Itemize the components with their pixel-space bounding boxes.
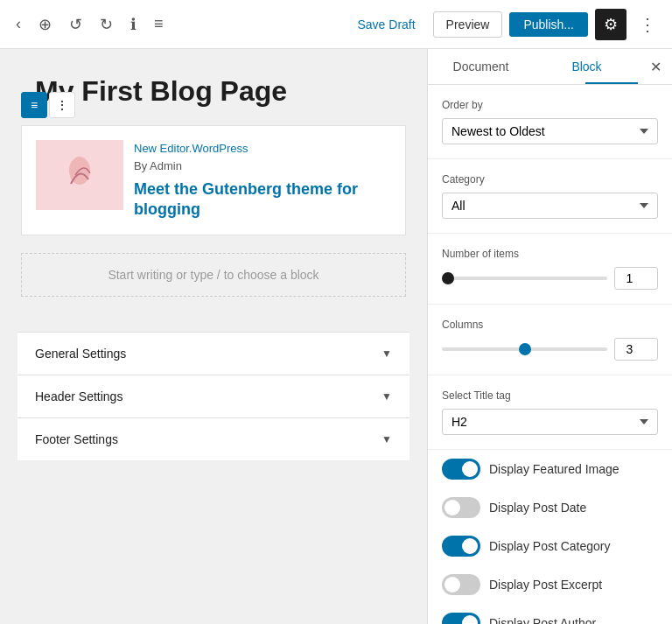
post-card: New Editor.WordPress By Admin Meet the G… — [22, 126, 405, 235]
toggle-post-category-switch[interactable] — [442, 536, 480, 557]
toggle-post-author-switch[interactable] — [442, 613, 480, 624]
menu-button[interactable]: ≡ — [149, 10, 169, 39]
publish-button[interactable]: Publish... — [509, 12, 588, 37]
menu-icon: ≡ — [154, 15, 164, 33]
add-icon: ⊕ — [38, 15, 52, 34]
toggle-post-date: Display Post Date — [428, 488, 672, 527]
preview-button[interactable]: Preview — [433, 11, 503, 38]
right-panel: Document Block ✕ Order by Newest to Olde… — [427, 49, 672, 624]
toggle-post-excerpt-label: Display Post Excerpt — [489, 578, 602, 592]
undo-button[interactable]: ↺ — [64, 10, 88, 39]
category-select[interactable]: All News Blog Tutorial — [442, 193, 658, 219]
settings-button[interactable]: ⚙ — [595, 9, 626, 40]
accordion-header: Header Settings ▼ — [18, 375, 410, 417]
block-toolbar: ≡ ⋮ — [21, 92, 75, 118]
toggle-post-excerpt-switch[interactable] — [442, 574, 480, 595]
chevron-down-icon: ▼ — [382, 390, 392, 403]
undo-icon: ↺ — [69, 15, 82, 34]
category-label: Category — [442, 173, 658, 186]
accordion-footer-header[interactable]: Footer Settings ▼ — [18, 418, 410, 460]
page-title: My First Blog Page — [18, 75, 410, 108]
post-title-link[interactable]: Meet the Gutenberg theme for blogging — [134, 179, 391, 221]
block-type-button[interactable]: ≡ — [21, 92, 47, 118]
toggle-post-author: Display Post Author — [428, 604, 672, 624]
info-icon: ℹ — [130, 15, 136, 34]
tab-document[interactable]: Document — [428, 49, 534, 84]
post-block: New Editor.WordPress By Admin Meet the G… — [21, 125, 406, 235]
info-button[interactable]: ℹ — [125, 10, 142, 39]
number-of-items-label: Number of items — [442, 248, 658, 260]
columns-section: Columns — [428, 305, 672, 375]
columns-slider[interactable] — [442, 347, 607, 351]
accordion-footer-label: Footer Settings — [35, 432, 118, 446]
category-section: Category All News Blog Tutorial — [428, 159, 672, 234]
toggle-featured-image-switch[interactable] — [442, 459, 480, 480]
columns-input[interactable] — [614, 338, 658, 361]
accordion-general: General Settings ▼ — [18, 332, 410, 375]
columns-row — [442, 338, 658, 361]
post-thumbnail — [36, 140, 123, 210]
title-tag-section: Select Title tag H1 H2 H3 H4 H5 H6 — [428, 375, 672, 450]
accordion-general-header[interactable]: General Settings ▼ — [18, 333, 410, 375]
toggle-post-date-slider — [442, 497, 480, 518]
chevron-down-icon: ▼ — [382, 347, 392, 360]
accordion-general-label: General Settings — [35, 347, 126, 361]
order-by-select[interactable]: Newest to Oldest Oldest to Newest Alphab… — [442, 118, 658, 144]
main-layout: My First Blog Page ≡ ⋮ — [0, 49, 672, 624]
number-of-items-row — [442, 267, 658, 290]
toggle-post-category-label: Display Post Category — [489, 539, 611, 553]
accordion-header-header[interactable]: Header Settings ▼ — [18, 375, 410, 417]
toolbar: ‹ ⊕ ↺ ↻ ℹ ≡ Save Draft Preview Publish..… — [0, 0, 672, 49]
toggle-featured-image: Display Featured Image — [428, 450, 672, 488]
number-of-items-slider[interactable] — [442, 277, 607, 280]
save-draft-button[interactable]: Save Draft — [346, 12, 425, 37]
toggle-post-category: Display Post Category — [428, 527, 672, 565]
more-options-button[interactable]: ⋮ — [634, 9, 662, 40]
post-author: By Admin — [134, 159, 391, 172]
editor-area: My First Blog Page ≡ ⋮ — [0, 49, 427, 624]
toggle-post-excerpt-slider — [442, 574, 480, 595]
post-source-link[interactable]: New Editor.WordPress — [134, 142, 248, 155]
toggle-featured-image-label: Display Featured Image — [489, 462, 620, 476]
columns-label: Columns — [442, 319, 658, 331]
panel-tabs: Document Block ✕ — [428, 49, 672, 85]
post-info: New Editor.WordPress By Admin Meet the G… — [134, 140, 391, 221]
toggle-post-author-slider — [442, 613, 480, 624]
toggle-post-excerpt: Display Post Excerpt — [428, 565, 672, 604]
title-tag-select[interactable]: H1 H2 H3 H4 H5 H6 — [442, 409, 658, 435]
toggle-list: Display Featured Image Display Post Date… — [428, 450, 672, 624]
add-block-button[interactable]: ⊕ — [33, 10, 57, 39]
title-tag-label: Select Title tag — [442, 389, 658, 402]
close-panel-button[interactable]: ✕ — [640, 49, 672, 84]
block-options-button[interactable]: ⋮ — [49, 92, 75, 118]
toggle-post-author-label: Display Post Author — [489, 616, 596, 624]
accordion-list: General Settings ▼ Header Settings ▼ Foo… — [18, 332, 410, 460]
settings-icon: ⚙ — [604, 15, 618, 34]
order-by-section: Order by Newest to Oldest Oldest to Newe… — [428, 85, 672, 159]
number-of-items-section: Number of items — [428, 234, 672, 305]
back-icon: ‹ — [16, 15, 21, 33]
more-icon: ⋮ — [639, 15, 656, 34]
toggle-post-category-slider — [442, 536, 480, 557]
empty-block-placeholder: Start writing or type / to choose a bloc… — [108, 268, 318, 282]
redo-button[interactable]: ↻ — [94, 10, 118, 39]
tab-block[interactable]: Block — [534, 49, 640, 84]
chevron-down-icon: ▼ — [382, 433, 392, 445]
redo-icon: ↻ — [100, 15, 113, 34]
toggle-post-date-switch[interactable] — [442, 497, 480, 518]
accordion-footer: Footer Settings ▼ — [18, 417, 410, 460]
toggle-featured-image-slider — [442, 459, 480, 480]
toggle-post-date-label: Display Post Date — [489, 501, 586, 515]
number-of-items-input[interactable] — [614, 267, 658, 290]
empty-block[interactable]: Start writing or type / to choose a bloc… — [21, 253, 406, 297]
accordion-header-label: Header Settings — [35, 389, 122, 403]
back-button[interactable]: ‹ — [10, 10, 26, 39]
order-by-label: Order by — [442, 99, 658, 111]
